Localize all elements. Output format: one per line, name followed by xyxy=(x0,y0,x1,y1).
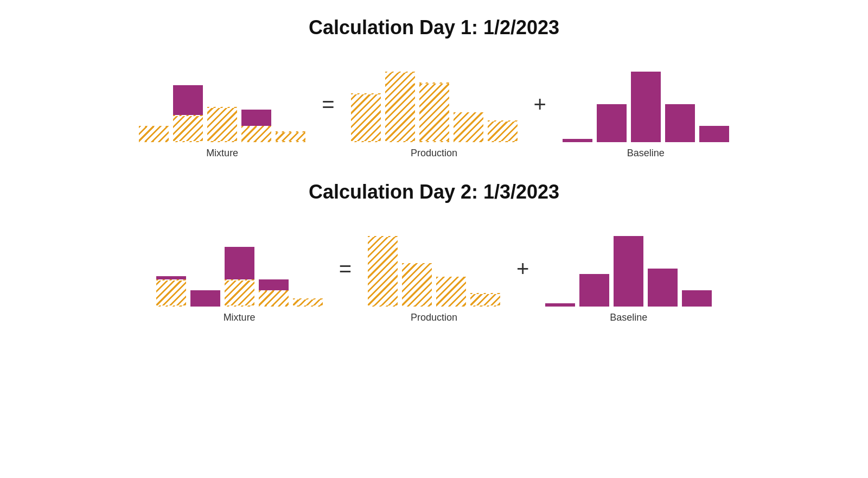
production-group-day1: Production xyxy=(351,66,518,159)
bar xyxy=(190,231,220,307)
production-bars-day1 xyxy=(351,66,518,142)
bar xyxy=(614,231,643,307)
mixture-group-day1: Mixture xyxy=(139,66,305,159)
bar xyxy=(579,231,609,307)
bar xyxy=(470,231,500,307)
equals-operator-day2: = xyxy=(323,257,368,297)
bar xyxy=(156,231,186,307)
production-label-day1: Production xyxy=(411,148,457,159)
mixture-group-day2: Mixture xyxy=(156,231,323,323)
bar xyxy=(488,66,518,142)
bar xyxy=(597,66,627,142)
mixture-bars-day2 xyxy=(156,231,323,307)
equals-operator-day1: = xyxy=(305,92,350,133)
production-group-day2: Production xyxy=(368,231,500,323)
equation-row-day1: Mixture = xyxy=(0,66,868,159)
bar xyxy=(276,66,305,142)
plus-operator-day2: + xyxy=(500,257,545,297)
bar xyxy=(631,66,661,142)
bar xyxy=(682,231,712,307)
baseline-bars-day2 xyxy=(545,231,712,307)
mixture-label-day2: Mixture xyxy=(224,312,256,323)
baseline-label-day1: Baseline xyxy=(627,148,665,159)
calc-title-day1: Calculation Day 1: 1/2/2023 xyxy=(0,16,868,39)
calc-section-day2: Calculation Day 2: 1/3/2023 xyxy=(0,181,868,323)
bar xyxy=(207,66,237,142)
bar xyxy=(419,66,449,142)
bar xyxy=(563,66,592,142)
baseline-bars-day1 xyxy=(563,66,729,142)
mixture-label-day1: Mixture xyxy=(206,148,238,159)
equation-row-day2: Mixture = xyxy=(0,231,868,323)
bar xyxy=(385,66,415,142)
plus-operator-day1: + xyxy=(518,92,563,133)
calc-section-day1: Calculation Day 1: 1/2/2023 xyxy=(0,16,868,159)
bar xyxy=(648,231,678,307)
bar xyxy=(545,231,575,307)
bar xyxy=(293,231,323,307)
bar xyxy=(699,66,729,142)
baseline-label-day2: Baseline xyxy=(610,312,647,323)
bar xyxy=(139,66,169,142)
bar xyxy=(259,231,289,307)
bar xyxy=(173,66,203,142)
bar xyxy=(241,66,271,142)
bar xyxy=(351,66,381,142)
bar xyxy=(665,66,695,142)
bar xyxy=(368,231,398,307)
baseline-group-day1: Baseline xyxy=(563,66,729,159)
bar xyxy=(436,231,466,307)
mixture-bars-day1 xyxy=(139,66,305,142)
baseline-group-day2: Baseline xyxy=(545,231,712,323)
calc-title-day2: Calculation Day 2: 1/3/2023 xyxy=(0,181,868,203)
production-label-day2: Production xyxy=(411,312,457,323)
bar xyxy=(454,66,483,142)
page-container: Calculation Day 1: 1/2/2023 xyxy=(0,0,868,361)
bar xyxy=(225,231,254,307)
production-bars-day2 xyxy=(368,231,500,307)
bar xyxy=(402,231,432,307)
